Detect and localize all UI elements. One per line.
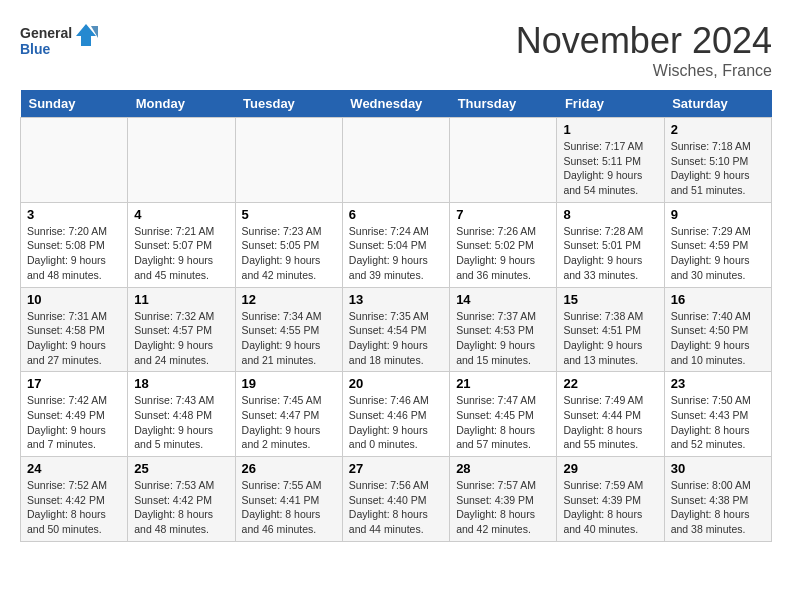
calendar-cell (21, 118, 128, 203)
calendar-cell: 14Sunrise: 7:37 AM Sunset: 4:53 PM Dayli… (450, 287, 557, 372)
day-number: 3 (27, 207, 121, 222)
day-number: 27 (349, 461, 443, 476)
day-info: Sunrise: 7:20 AM Sunset: 5:08 PM Dayligh… (27, 224, 121, 283)
day-info: Sunrise: 7:21 AM Sunset: 5:07 PM Dayligh… (134, 224, 228, 283)
calendar-week-3: 10Sunrise: 7:31 AM Sunset: 4:58 PM Dayli… (21, 287, 772, 372)
calendar-cell: 19Sunrise: 7:45 AM Sunset: 4:47 PM Dayli… (235, 372, 342, 457)
day-info: Sunrise: 7:57 AM Sunset: 4:39 PM Dayligh… (456, 478, 550, 537)
calendar-week-1: 1Sunrise: 7:17 AM Sunset: 5:11 PM Daylig… (21, 118, 772, 203)
calendar-cell: 25Sunrise: 7:53 AM Sunset: 4:42 PM Dayli… (128, 457, 235, 542)
day-number: 10 (27, 292, 121, 307)
day-number: 12 (242, 292, 336, 307)
day-number: 22 (563, 376, 657, 391)
day-info: Sunrise: 7:23 AM Sunset: 5:05 PM Dayligh… (242, 224, 336, 283)
weekday-header-sunday: Sunday (21, 90, 128, 118)
day-info: Sunrise: 7:24 AM Sunset: 5:04 PM Dayligh… (349, 224, 443, 283)
day-number: 20 (349, 376, 443, 391)
weekday-header-tuesday: Tuesday (235, 90, 342, 118)
calendar-cell: 1Sunrise: 7:17 AM Sunset: 5:11 PM Daylig… (557, 118, 664, 203)
calendar-week-4: 17Sunrise: 7:42 AM Sunset: 4:49 PM Dayli… (21, 372, 772, 457)
calendar-cell (128, 118, 235, 203)
weekday-header-row: SundayMondayTuesdayWednesdayThursdayFrid… (21, 90, 772, 118)
day-info: Sunrise: 7:55 AM Sunset: 4:41 PM Dayligh… (242, 478, 336, 537)
day-number: 8 (563, 207, 657, 222)
weekday-header-thursday: Thursday (450, 90, 557, 118)
calendar-cell: 5Sunrise: 7:23 AM Sunset: 5:05 PM Daylig… (235, 202, 342, 287)
calendar-cell: 7Sunrise: 7:26 AM Sunset: 5:02 PM Daylig… (450, 202, 557, 287)
day-info: Sunrise: 7:50 AM Sunset: 4:43 PM Dayligh… (671, 393, 765, 452)
calendar-cell: 16Sunrise: 7:40 AM Sunset: 4:50 PM Dayli… (664, 287, 771, 372)
day-number: 1 (563, 122, 657, 137)
day-number: 30 (671, 461, 765, 476)
day-number: 14 (456, 292, 550, 307)
calendar-cell: 2Sunrise: 7:18 AM Sunset: 5:10 PM Daylig… (664, 118, 771, 203)
day-number: 21 (456, 376, 550, 391)
page-header: General Blue November 2024 Wisches, Fran… (20, 20, 772, 80)
calendar-cell (235, 118, 342, 203)
calendar-cell (450, 118, 557, 203)
day-info: Sunrise: 7:52 AM Sunset: 4:42 PM Dayligh… (27, 478, 121, 537)
logo-svg: General Blue (20, 20, 100, 62)
calendar-cell: 10Sunrise: 7:31 AM Sunset: 4:58 PM Dayli… (21, 287, 128, 372)
day-number: 13 (349, 292, 443, 307)
day-info: Sunrise: 7:35 AM Sunset: 4:54 PM Dayligh… (349, 309, 443, 368)
day-number: 19 (242, 376, 336, 391)
calendar-cell: 28Sunrise: 7:57 AM Sunset: 4:39 PM Dayli… (450, 457, 557, 542)
day-number: 17 (27, 376, 121, 391)
day-info: Sunrise: 7:43 AM Sunset: 4:48 PM Dayligh… (134, 393, 228, 452)
month-title: November 2024 (516, 20, 772, 62)
day-number: 11 (134, 292, 228, 307)
calendar-cell: 17Sunrise: 7:42 AM Sunset: 4:49 PM Dayli… (21, 372, 128, 457)
day-info: Sunrise: 7:37 AM Sunset: 4:53 PM Dayligh… (456, 309, 550, 368)
calendar-cell: 6Sunrise: 7:24 AM Sunset: 5:04 PM Daylig… (342, 202, 449, 287)
day-number: 26 (242, 461, 336, 476)
calendar-cell (342, 118, 449, 203)
logo: General Blue (20, 20, 100, 62)
weekday-header-saturday: Saturday (664, 90, 771, 118)
day-info: Sunrise: 7:38 AM Sunset: 4:51 PM Dayligh… (563, 309, 657, 368)
day-number: 16 (671, 292, 765, 307)
calendar-cell: 24Sunrise: 7:52 AM Sunset: 4:42 PM Dayli… (21, 457, 128, 542)
svg-text:General: General (20, 25, 72, 41)
day-info: Sunrise: 7:56 AM Sunset: 4:40 PM Dayligh… (349, 478, 443, 537)
day-info: Sunrise: 7:34 AM Sunset: 4:55 PM Dayligh… (242, 309, 336, 368)
day-info: Sunrise: 7:17 AM Sunset: 5:11 PM Dayligh… (563, 139, 657, 198)
calendar-cell: 11Sunrise: 7:32 AM Sunset: 4:57 PM Dayli… (128, 287, 235, 372)
day-info: Sunrise: 7:32 AM Sunset: 4:57 PM Dayligh… (134, 309, 228, 368)
title-area: November 2024 Wisches, France (516, 20, 772, 80)
calendar-cell: 26Sunrise: 7:55 AM Sunset: 4:41 PM Dayli… (235, 457, 342, 542)
day-info: Sunrise: 7:59 AM Sunset: 4:39 PM Dayligh… (563, 478, 657, 537)
calendar-cell: 23Sunrise: 7:50 AM Sunset: 4:43 PM Dayli… (664, 372, 771, 457)
weekday-header-friday: Friday (557, 90, 664, 118)
calendar-cell: 29Sunrise: 7:59 AM Sunset: 4:39 PM Dayli… (557, 457, 664, 542)
calendar-cell: 13Sunrise: 7:35 AM Sunset: 4:54 PM Dayli… (342, 287, 449, 372)
calendar-cell: 4Sunrise: 7:21 AM Sunset: 5:07 PM Daylig… (128, 202, 235, 287)
day-info: Sunrise: 7:46 AM Sunset: 4:46 PM Dayligh… (349, 393, 443, 452)
weekday-header-monday: Monday (128, 90, 235, 118)
day-number: 29 (563, 461, 657, 476)
day-info: Sunrise: 7:29 AM Sunset: 4:59 PM Dayligh… (671, 224, 765, 283)
day-info: Sunrise: 7:28 AM Sunset: 5:01 PM Dayligh… (563, 224, 657, 283)
day-number: 24 (27, 461, 121, 476)
day-number: 2 (671, 122, 765, 137)
day-info: Sunrise: 7:18 AM Sunset: 5:10 PM Dayligh… (671, 139, 765, 198)
day-info: Sunrise: 7:49 AM Sunset: 4:44 PM Dayligh… (563, 393, 657, 452)
day-number: 15 (563, 292, 657, 307)
calendar-cell: 20Sunrise: 7:46 AM Sunset: 4:46 PM Dayli… (342, 372, 449, 457)
day-number: 28 (456, 461, 550, 476)
calendar-cell: 22Sunrise: 7:49 AM Sunset: 4:44 PM Dayli… (557, 372, 664, 457)
calendar-week-5: 24Sunrise: 7:52 AM Sunset: 4:42 PM Dayli… (21, 457, 772, 542)
calendar-table: SundayMondayTuesdayWednesdayThursdayFrid… (20, 90, 772, 542)
location: Wisches, France (516, 62, 772, 80)
calendar-cell: 18Sunrise: 7:43 AM Sunset: 4:48 PM Dayli… (128, 372, 235, 457)
svg-text:Blue: Blue (20, 41, 51, 57)
day-info: Sunrise: 8:00 AM Sunset: 4:38 PM Dayligh… (671, 478, 765, 537)
day-number: 4 (134, 207, 228, 222)
calendar-cell: 3Sunrise: 7:20 AM Sunset: 5:08 PM Daylig… (21, 202, 128, 287)
day-info: Sunrise: 7:45 AM Sunset: 4:47 PM Dayligh… (242, 393, 336, 452)
day-number: 5 (242, 207, 336, 222)
calendar-cell: 21Sunrise: 7:47 AM Sunset: 4:45 PM Dayli… (450, 372, 557, 457)
day-number: 25 (134, 461, 228, 476)
calendar-week-2: 3Sunrise: 7:20 AM Sunset: 5:08 PM Daylig… (21, 202, 772, 287)
day-number: 18 (134, 376, 228, 391)
